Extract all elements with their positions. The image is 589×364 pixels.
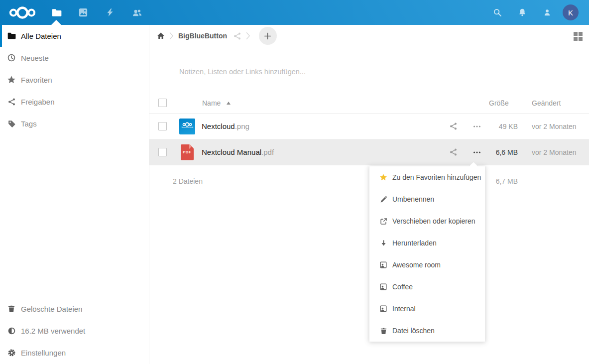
menu-item-internal[interactable]: Internal (369, 298, 485, 320)
breadcrumb-home-icon[interactable] (157, 32, 165, 40)
room-icon (379, 305, 387, 313)
row-actions-menu-icon[interactable] (465, 148, 489, 156)
app-photos-icon[interactable] (70, 0, 97, 25)
sidebar-item-settings[interactable]: Einstellungen (0, 342, 149, 364)
sidebar-item-label: 16.2 MB verwendet (21, 327, 85, 335)
sidebar-footer: Gelöschte Dateien 16.2 MB verwendet Eins… (0, 298, 149, 364)
sidebar-item-recent[interactable]: Neueste (0, 47, 149, 69)
search-icon[interactable] (485, 0, 510, 25)
breadcrumb: BigBlueButton (149, 25, 589, 47)
new-file-button[interactable] (259, 27, 277, 45)
column-header-name-label: Name (202, 99, 221, 107)
notes-placeholder[interactable]: Notizen, Listen oder Links hinzufügen... (149, 62, 589, 82)
pdf-thumbnail: PDF (179, 144, 195, 160)
file-extension: .png (235, 122, 249, 130)
pdf-fold-corner (189, 144, 194, 149)
sidebar-item-tags[interactable]: Tags (0, 113, 149, 134)
column-header-modified[interactable]: Geändert (518, 99, 589, 107)
select-all-checkbox[interactable] (158, 99, 167, 107)
sidebar-item-label: Favoriten (21, 76, 52, 84)
file-modified: vor 2 Monaten (518, 148, 589, 156)
menu-item-download[interactable]: Herunterladen (369, 232, 485, 254)
menu-item-label: Zu den Favoriten hinzufügen (392, 173, 481, 181)
png-thumbnail: Nextcloud Hub (179, 119, 195, 134)
sidebar-item-favorites[interactable]: Favoriten (0, 69, 149, 91)
menu-item-awesome-room[interactable]: Awesome room (369, 254, 485, 276)
file-extension: .pdf (261, 148, 274, 156)
chevron-right-icon (169, 32, 174, 40)
menu-item-coffee[interactable]: Coffee (369, 276, 485, 298)
file-basename: Nextcloud (202, 122, 235, 130)
row-share-icon[interactable] (441, 122, 465, 130)
menu-item-move-or-copy[interactable]: Verschieben oder kopieren (369, 210, 485, 232)
app-activity-icon[interactable] (97, 0, 123, 25)
nextcloud-logo-icon[interactable] (7, 6, 40, 19)
sidebar: Alle Dateien Neueste Favoriten Freigaben… (0, 25, 149, 364)
column-header-size[interactable]: Größe (489, 99, 518, 107)
app-contacts-icon[interactable] (123, 0, 150, 25)
star-icon (379, 173, 387, 181)
menu-item-label: Herunterladen (392, 239, 437, 247)
menu-item-rename[interactable]: Umbenennen (369, 188, 485, 210)
grid-square (579, 32, 583, 36)
notifications-bell-icon[interactable] (510, 0, 535, 25)
room-icon (379, 283, 387, 291)
file-actions-menu: Zu den Favoriten hinzufügen Umbenennen V… (369, 166, 485, 342)
row-actions-menu-icon[interactable] (465, 122, 489, 130)
avatar-initial: K (568, 8, 573, 17)
active-app-indicator (51, 20, 61, 25)
sidebar-item-label: Freigaben (21, 98, 55, 106)
pdf-badge: PDF (183, 150, 191, 154)
table-row[interactable]: PDF Nextcloud Manual.pdf 6,6 MB vor 2 Mo… (149, 139, 589, 165)
table-row[interactable]: Nextcloud Hub Nextcloud.png 49 KB vor 2 … (149, 114, 589, 139)
grid-square (574, 32, 578, 36)
contacts-menu-icon[interactable] (535, 0, 560, 25)
sidebar-item-label: Gelöschte Dateien (21, 305, 82, 313)
app-files-icon[interactable] (43, 0, 70, 25)
menu-item-label: Awesome room (392, 261, 441, 269)
menu-item-label: Datei löschen (392, 327, 435, 335)
star-icon (7, 75, 16, 84)
sidebar-item-label: Tags (21, 120, 37, 128)
row-share-icon[interactable] (441, 148, 465, 156)
move-external-icon (379, 217, 387, 225)
summary-total-size: 6,7 MB (489, 177, 518, 185)
tag-icon (7, 119, 16, 128)
file-modified: vor 2 Monaten (518, 122, 589, 130)
file-size: 6,6 MB (489, 148, 518, 156)
topbar-right: K (485, 0, 589, 25)
file-size: 49 KB (489, 122, 518, 130)
sidebar-item-label: Einstellungen (21, 349, 66, 357)
menu-item-add-to-favorites[interactable]: Zu den Favoriten hinzufügen (369, 166, 485, 188)
grid-view-toggle-icon[interactable] (574, 32, 583, 41)
breadcrumb-share-icon[interactable] (233, 32, 241, 40)
file-name[interactable]: Nextcloud Manual.pdf (199, 148, 441, 156)
column-header-name[interactable]: Name (199, 99, 441, 107)
menu-item-label: Coffee (392, 283, 413, 291)
sidebar-item-shares[interactable]: Freigaben (0, 91, 149, 113)
share-icon (7, 97, 16, 106)
gear-icon (7, 348, 16, 357)
grid-square (579, 37, 583, 41)
user-avatar[interactable]: K (563, 4, 579, 20)
row-checkbox[interactable] (158, 122, 167, 130)
row-checkbox[interactable] (158, 148, 167, 156)
topbar: K (0, 0, 589, 25)
clock-icon (7, 53, 16, 62)
room-icon (379, 261, 387, 269)
sidebar-item-deleted-files[interactable]: Gelöschte Dateien (0, 298, 149, 320)
folder-icon (7, 31, 16, 40)
thumbnail-caption: Nextcloud Hub (181, 126, 193, 128)
quota-pie-icon (7, 326, 16, 335)
breadcrumb-folder[interactable]: BigBlueButton (178, 32, 227, 40)
trash-icon (7, 304, 16, 313)
sidebar-item-label: Alle Dateien (21, 32, 61, 40)
trash-icon (379, 327, 387, 335)
menu-item-label: Internal (392, 305, 416, 313)
sidebar-item-quota[interactable]: 16.2 MB verwendet (0, 320, 149, 342)
menu-item-delete-file[interactable]: Datei löschen (369, 320, 485, 342)
sidebar-item-all-files[interactable]: Alle Dateien (0, 25, 149, 47)
file-name[interactable]: Nextcloud.png (199, 122, 441, 130)
app-menu (43, 0, 150, 25)
sidebar-item-label: Neueste (21, 54, 49, 62)
